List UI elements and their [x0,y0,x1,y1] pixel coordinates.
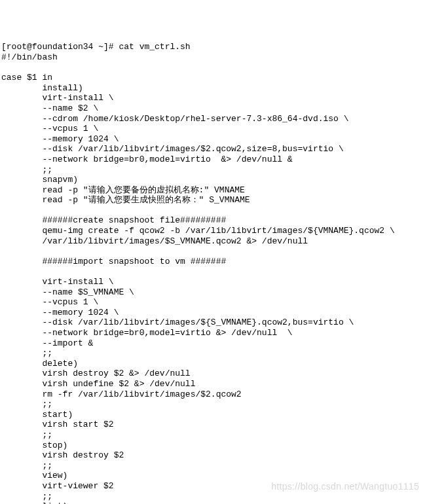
terminal-output: [root@foundation34 ~]# cat vm_ctrl.sh #!… [1,42,426,504]
watermark: https://blog.csdn.net/Wangtuo1115 [271,481,419,492]
prompt-line: [root@foundation34 ~]# cat vm_ctrl.sh [1,42,191,52]
script-content: #!/bin/bash case $1 in install) virt-ins… [1,52,395,504]
